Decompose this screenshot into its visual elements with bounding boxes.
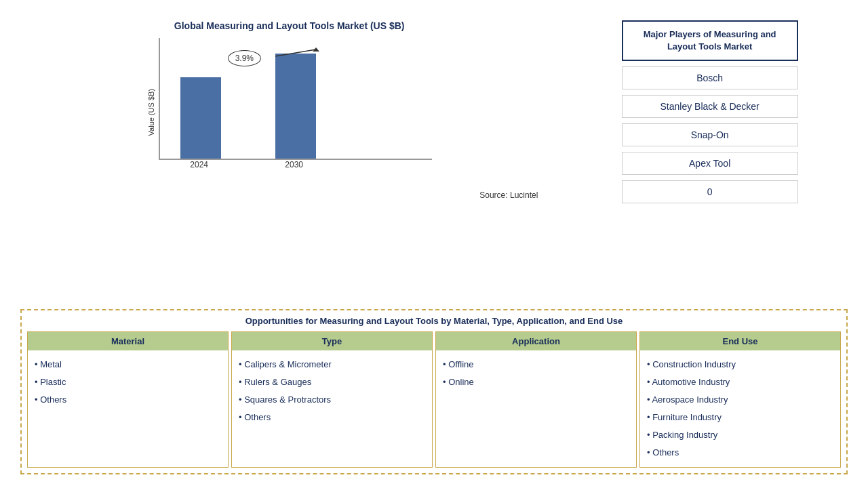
chart-inner: 3.9% 2024	[159, 38, 432, 187]
material-column: Material • Metal • Plastic • Others	[27, 331, 229, 468]
bar-label-2024: 2024	[179, 160, 220, 169]
bar-group-2030	[275, 54, 316, 159]
enduse-body: • Construction Industry • Automotive Ind…	[640, 350, 840, 467]
material-body: • Metal • Plastic • Others	[28, 350, 228, 445]
bars-area: 3.9%	[159, 38, 432, 160]
material-header: Material	[28, 332, 228, 350]
type-body: • Calipers & Micrometer • Rulers & Gauge…	[232, 350, 432, 445]
application-item-0: • Offline	[443, 356, 629, 373]
bottom-section: Opportunities for Measuring and Layout T…	[20, 309, 848, 474]
application-body: • Offline • Online	[436, 350, 636, 445]
enduse-item-2: • Aerospace Industry	[647, 391, 833, 409]
cagr-bubble: 3.9%	[228, 50, 261, 66]
application-item-1: • Online	[443, 373, 629, 391]
type-item-3: • Others	[239, 409, 425, 426]
svg-line-0	[275, 49, 316, 56]
enduse-header: End Use	[640, 332, 840, 350]
opportunities-title: Opportunities for Measuring and Layout T…	[27, 316, 841, 326]
bar-2024	[180, 77, 221, 159]
type-item-2: • Squares & Protractors	[239, 391, 425, 409]
columns-grid: Material • Metal • Plastic • Others Type…	[27, 331, 841, 468]
bar-group-2024	[180, 77, 221, 159]
type-header: Type	[232, 332, 432, 350]
type-item-0: • Calipers & Micrometer	[239, 356, 425, 373]
material-item-2: • Others	[35, 391, 221, 409]
player-snapon: Snap-On	[622, 123, 798, 146]
player-5: 0	[622, 180, 798, 203]
player-apex: Apex Tool	[622, 152, 798, 175]
player-stanley: Stanley Black & Decker	[622, 95, 798, 118]
cagr-container: 3.9%	[228, 52, 261, 64]
enduse-column: End Use • Construction Industry • Automo…	[639, 331, 841, 468]
x-axis-labels: 2024 2030	[159, 160, 432, 169]
enduse-item-1: • Automotive Industry	[647, 373, 833, 391]
player-bosch: Bosch	[622, 66, 798, 89]
major-players-title: Major Players of Measuring and Layout To…	[622, 20, 798, 61]
y-axis-label: Value (US $B)	[147, 89, 155, 136]
page-container: Global Measuring and Layout Tools Market…	[0, 0, 868, 488]
material-item-0: • Metal	[35, 356, 221, 373]
application-column: Application • Offline • Online	[435, 331, 637, 468]
enduse-item-5: • Others	[647, 444, 833, 462]
enduse-item-4: • Packing Industry	[647, 426, 833, 444]
type-column: Type • Calipers & Micrometer • Rulers & …	[231, 331, 433, 468]
application-header: Application	[436, 332, 636, 350]
chart-wrapper: Value (US $B)	[147, 38, 432, 187]
enduse-item-0: • Construction Industry	[647, 356, 833, 373]
material-item-1: • Plastic	[35, 373, 221, 391]
major-players-panel: Major Players of Measuring and Layout To…	[572, 14, 848, 302]
bar-2030	[275, 54, 316, 159]
top-section: Global Measuring and Layout Tools Market…	[20, 14, 848, 302]
cagr-arrow-svg	[275, 46, 330, 66]
chart-title: Global Measuring and Layout Tools Market…	[174, 20, 405, 31]
type-item-1: • Rulers & Gauges	[239, 373, 425, 391]
source-text: Source: Lucintel	[27, 190, 551, 200]
enduse-item-3: • Furniture Industry	[647, 409, 833, 426]
bar-label-2030: 2030	[274, 160, 315, 169]
chart-area: Global Measuring and Layout Tools Market…	[20, 14, 558, 302]
